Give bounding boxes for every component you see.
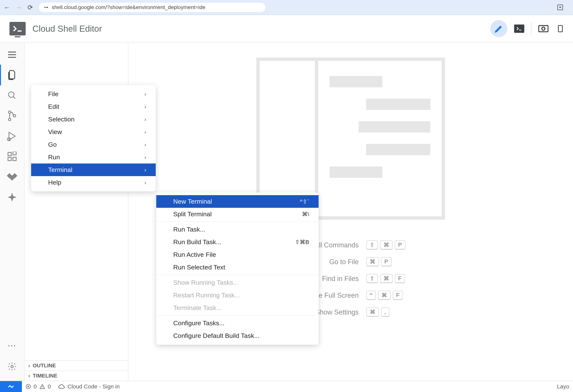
- chevron-right-icon: ›: [144, 141, 146, 148]
- menu-item-help[interactable]: Help›: [31, 176, 156, 189]
- submenu-configure-default-build-task[interactable]: Configure Default Build Task...: [156, 329, 319, 342]
- svg-point-7: [8, 92, 14, 97]
- site-info-icon[interactable]: ⊶: [43, 5, 49, 10]
- shortcut-label: Show Settings: [315, 308, 358, 316]
- svg-rect-14: [13, 157, 16, 160]
- svg-rect-12: [8, 152, 11, 155]
- app-title: Cloud Shell Editor: [33, 24, 102, 34]
- submenu-run-build-task[interactable]: Run Build Task...⇧⌘B: [156, 236, 319, 248]
- menu-item-file[interactable]: File›: [31, 88, 156, 100]
- svg-rect-3: [558, 25, 562, 32]
- svg-rect-13: [8, 157, 11, 160]
- submenu-new-terminal[interactable]: New Terminal ^⇧`: [156, 195, 319, 208]
- submenu-terminate-task: Terminate Task...: [156, 302, 319, 314]
- warning-count: 0: [48, 383, 51, 390]
- hamburger-menu-button[interactable]: [5, 48, 19, 61]
- browser-forward[interactable]: →: [16, 4, 21, 11]
- url-bar[interactable]: ⊶ shell.cloud.google.com/?show=ide&envir…: [39, 3, 265, 12]
- submenu-restart-running-task: Restart Running Task...: [156, 289, 319, 302]
- more-button[interactable]: [557, 25, 564, 33]
- svg-rect-15: [13, 152, 16, 155]
- explorer-icon[interactable]: [5, 68, 19, 82]
- layout-status[interactable]: Layo: [553, 383, 573, 390]
- browser-back[interactable]: ←: [4, 4, 10, 11]
- open-editor-button[interactable]: [490, 20, 507, 37]
- error-count: 0: [34, 383, 37, 390]
- status-bar: 0 0 Cloud Code - Sign in Layo: [0, 381, 573, 392]
- terminal-submenu: New Terminal ^⇧` Split Terminal ⌘\ Run T…: [156, 192, 319, 345]
- shortcut-keys: ⇧ ⌘ F: [366, 274, 405, 283]
- preview-button[interactable]: [538, 25, 548, 32]
- submenu-split-terminal[interactable]: Split Terminal ⌘\: [156, 208, 319, 221]
- svg-point-2: [542, 27, 545, 30]
- cloud-code-icon[interactable]: [5, 170, 19, 184]
- svg-point-9: [8, 118, 11, 121]
- more-icon[interactable]: ···: [5, 339, 19, 352]
- chevron-right-icon: ›: [144, 167, 146, 173]
- extensions-icon[interactable]: [5, 150, 19, 163]
- run-debug-icon[interactable]: [5, 130, 19, 143]
- problems-button[interactable]: 0 0: [22, 383, 54, 390]
- activity-bar: ···: [0, 42, 25, 381]
- browser-app-install-icon[interactable]: [557, 4, 564, 11]
- submenu-run-task[interactable]: Run Task...: [156, 223, 319, 236]
- timeline-section[interactable]: › TIMELINE: [25, 371, 128, 381]
- main-menu-dropdown: File› Edit› Selection› View› Go› Run› Te…: [31, 85, 156, 191]
- shortcut-keys: ⌘ P: [366, 257, 392, 266]
- shortcut-label: Find in Files: [322, 275, 359, 283]
- browser-reload[interactable]: ⟳: [27, 4, 33, 11]
- settings-gear-icon[interactable]: [5, 360, 19, 373]
- menu-item-terminal[interactable]: Terminal›: [31, 163, 156, 176]
- chevron-right-icon: ›: [144, 154, 146, 160]
- cloud-shell-logo-icon: [9, 22, 26, 35]
- submenu-configure-tasks[interactable]: Configure Tasks...: [156, 317, 319, 329]
- shortcut-keys: ⇧ ⌘ P: [366, 240, 405, 250]
- chevron-right-icon: ›: [144, 129, 146, 135]
- chevron-right-icon: ›: [144, 91, 146, 97]
- source-control-icon[interactable]: [5, 109, 19, 122]
- chevron-right-icon: ›: [144, 179, 146, 186]
- ai-icon[interactable]: [5, 191, 19, 204]
- browser-nav-bar: ← → ⟳ ⊶ shell.cloud.google.com/?show=ide…: [0, 0, 573, 15]
- remote-host-button[interactable]: [0, 381, 22, 392]
- menu-item-run[interactable]: Run›: [31, 151, 156, 163]
- shortcut-keys: ^ ⌘ F: [366, 291, 403, 300]
- chevron-right-icon: ›: [28, 373, 30, 379]
- svg-point-16: [11, 365, 13, 368]
- menu-item-go[interactable]: Go›: [31, 138, 156, 151]
- menu-item-selection[interactable]: Selection›: [31, 113, 156, 126]
- open-terminal-button[interactable]: [514, 24, 524, 33]
- cloud-code-label: Cloud Code - Sign in: [67, 383, 120, 390]
- shortcut-keys: ⌘ ,: [366, 307, 389, 317]
- url-text: shell.cloud.google.com/?show=ide&environ…: [52, 4, 205, 10]
- search-icon[interactable]: [5, 89, 19, 102]
- chevron-right-icon: ›: [144, 116, 146, 122]
- cloud-code-signin[interactable]: Cloud Code - Sign in: [54, 383, 124, 390]
- submenu-run-active-file[interactable]: Run Active File: [156, 248, 319, 261]
- submenu-show-running-tasks: Show Running Tasks...: [156, 276, 319, 289]
- layout-label: Layo: [557, 383, 569, 390]
- timeline-label: TIMELINE: [33, 373, 57, 379]
- cs-header: Cloud Shell Editor: [0, 15, 573, 42]
- shortcut-label: Go to File: [329, 258, 359, 266]
- divider: [531, 22, 532, 35]
- outline-section[interactable]: › OUTLINE: [25, 360, 128, 371]
- svg-rect-1: [539, 25, 548, 32]
- menu-item-edit[interactable]: Edit›: [31, 100, 156, 113]
- chevron-right-icon: ›: [144, 103, 146, 110]
- outline-label: OUTLINE: [33, 363, 56, 369]
- menu-item-view[interactable]: View›: [31, 126, 156, 138]
- submenu-run-selected-text[interactable]: Run Selected Text: [156, 261, 319, 273]
- chevron-right-icon: ›: [28, 363, 30, 369]
